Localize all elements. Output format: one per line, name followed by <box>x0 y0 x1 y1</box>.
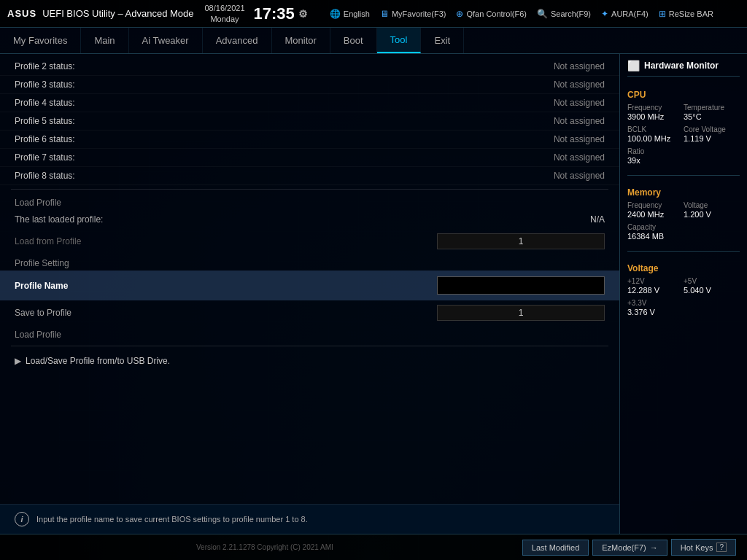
v33-row: +3.3V 3.376 V <box>627 299 740 316</box>
bclk-col: BCLK 100.00 MHz <box>627 125 684 143</box>
table-row: Profile 2 status: Not assigned <box>0 58 619 76</box>
cpu-frequency-col: Frequency 3900 MHz <box>627 104 684 121</box>
cpu-section-title: CPU <box>627 90 740 100</box>
core-voltage-col: Core Voltage 1.119 V <box>684 125 740 143</box>
hw-divider-2 <box>627 251 740 252</box>
table-row: Profile 6 status: Not assigned <box>0 131 619 149</box>
version-text: Version 2.21.1278 Copyright (C) 2021 AMI <box>11 543 519 551</box>
main-content: Profile 2 status: Not assigned Profile 3… <box>0 54 619 534</box>
nav-tool[interactable]: Tool <box>377 28 422 53</box>
table-row: Profile 3 status: Not assigned <box>0 76 619 94</box>
arrow-right-icon: ▶ <box>15 356 21 366</box>
monitor-icon: ⬜ <box>627 60 640 71</box>
resize-tool[interactable]: ⊞ ReSize BAR <box>659 9 713 19</box>
nav-boot[interactable]: Boot <box>330 28 377 53</box>
ratio-col: Ratio 39x <box>627 147 740 165</box>
footer-bar: Version 2.21.1278 Copyright (C) 2021 AMI… <box>0 534 747 560</box>
settings-gear-icon[interactable]: ⚙ <box>298 8 308 20</box>
mem-voltage-col: Voltage 1.200 V <box>684 201 740 219</box>
aura-icon: ✦ <box>601 9 608 19</box>
nav-favorites[interactable]: My Favorites <box>0 28 81 53</box>
profile-setting-section-header: Profile Setting <box>0 254 619 271</box>
bclk-corevolt-row: BCLK 100.00 MHz Core Voltage 1.119 V <box>627 125 740 143</box>
qfan-tool[interactable]: ⊕ Qfan Control(F6) <box>456 9 527 19</box>
v5-col: +5V 5.040 V <box>684 277 740 295</box>
mem-capacity-col: Capacity 16384 MB <box>627 223 740 241</box>
hot-keys-icon: ? <box>716 542 727 552</box>
hot-keys-button[interactable]: Hot Keys ? <box>671 539 736 556</box>
logo-area: ASUS UEFI BIOS Utility – Advanced Mode <box>7 8 194 19</box>
info-icon: i <box>15 512 29 526</box>
resize-icon: ⊞ <box>659 9 666 19</box>
hardware-monitor-panel: ⬜ Hardware Monitor CPU Frequency 3900 MH… <box>619 54 747 534</box>
content-area: Profile 2 status: Not assigned Profile 3… <box>0 54 747 534</box>
nav-main[interactable]: Main <box>81 28 128 53</box>
header-tools: 🌐 English 🖥 MyFavorite(F3) ⊕ Qfan Contro… <box>330 9 713 19</box>
table-row: Profile 5 status: Not assigned <box>0 112 619 131</box>
aura-tool[interactable]: ✦ AURA(F4) <box>601 9 649 19</box>
profile-table: Profile 2 status: Not assigned Profile 3… <box>0 54 619 504</box>
qfan-icon: ⊕ <box>456 9 463 19</box>
nav-advanced[interactable]: Advanced <box>203 28 272 53</box>
voltage-section-title: Voltage <box>627 263 740 273</box>
mem-freq-volt-row: Frequency 2400 MHz Voltage 1.200 V <box>627 201 740 219</box>
info-bar: i Input the profile name to save current… <box>0 504 619 534</box>
cpu-freq-temp-row: Frequency 3900 MHz Temperature 35°C <box>627 104 740 121</box>
v33-col: +3.3V 3.376 V <box>627 299 740 316</box>
search-icon: 🔍 <box>537 9 548 19</box>
last-loaded-row: The last loaded profile: N/A <box>0 210 619 229</box>
load-profile-section-header: Load Profile <box>0 193 619 210</box>
nav-monitor[interactable]: Monitor <box>272 28 330 53</box>
save-to-profile-input[interactable] <box>437 305 605 321</box>
table-row: Profile 7 status: Not assigned <box>0 149 619 167</box>
info-text: Input the profile name to save current B… <box>36 515 308 524</box>
language-icon: 🌐 <box>330 9 341 19</box>
usb-drive-row[interactable]: ▶ Load/Save Profile from/to USB Drive. <box>0 350 619 372</box>
nav-exit[interactable]: Exit <box>421 28 464 53</box>
last-modified-button[interactable]: Last Modified <box>522 540 589 556</box>
cpu-temperature-col: Temperature 35°C <box>684 104 740 121</box>
asus-logo: ASUS <box>7 8 36 19</box>
save-to-profile-row: Save to Profile <box>0 300 619 325</box>
ez-mode-icon: → <box>650 543 658 552</box>
navigation-bar: My Favorites Main Ai Tweaker Advanced Mo… <box>0 28 747 54</box>
date-display: 08/16/2021 Monday <box>205 3 245 24</box>
divider <box>11 189 608 190</box>
myfavorite-tool[interactable]: 🖥 MyFavorite(F3) <box>380 9 446 19</box>
divider-2 <box>11 346 608 346</box>
language-tool[interactable]: 🌐 English <box>330 9 370 19</box>
load-from-profile-row: Load from Profile <box>0 229 619 254</box>
load-profile-footer-label: Load Profile <box>0 325 619 342</box>
time-display: 17:35 ⚙ <box>254 4 308 23</box>
profile-name-input[interactable] <box>437 276 605 295</box>
v12-v5-row: +12V 12.288 V +5V 5.040 V <box>627 277 740 295</box>
mem-frequency-col: Frequency 2400 MHz <box>627 201 684 219</box>
table-row: Profile 4 status: Not assigned <box>0 94 619 112</box>
search-tool[interactable]: 🔍 Search(F9) <box>537 9 591 19</box>
myfavorite-icon: 🖥 <box>380 9 389 19</box>
memory-section-title: Memory <box>627 187 740 198</box>
hw-monitor-title: ⬜ Hardware Monitor <box>627 60 740 77</box>
profile-name-row[interactable]: Profile Name <box>0 271 619 300</box>
load-from-profile-input[interactable] <box>437 233 605 249</box>
header-bar: ASUS UEFI BIOS Utility – Advanced Mode 0… <box>0 0 747 28</box>
mem-capacity-row: Capacity 16384 MB <box>627 223 740 241</box>
ez-mode-button[interactable]: EzMode(F7) → <box>592 540 667 556</box>
bios-title: UEFI BIOS Utility – Advanced Mode <box>42 8 193 19</box>
hw-divider-1 <box>627 175 740 176</box>
v12-col: +12V 12.288 V <box>627 277 684 295</box>
table-row: Profile 8 status: Not assigned <box>0 167 619 185</box>
ratio-row: Ratio 39x <box>627 147 740 165</box>
nav-aitweaker[interactable]: Ai Tweaker <box>129 28 203 53</box>
